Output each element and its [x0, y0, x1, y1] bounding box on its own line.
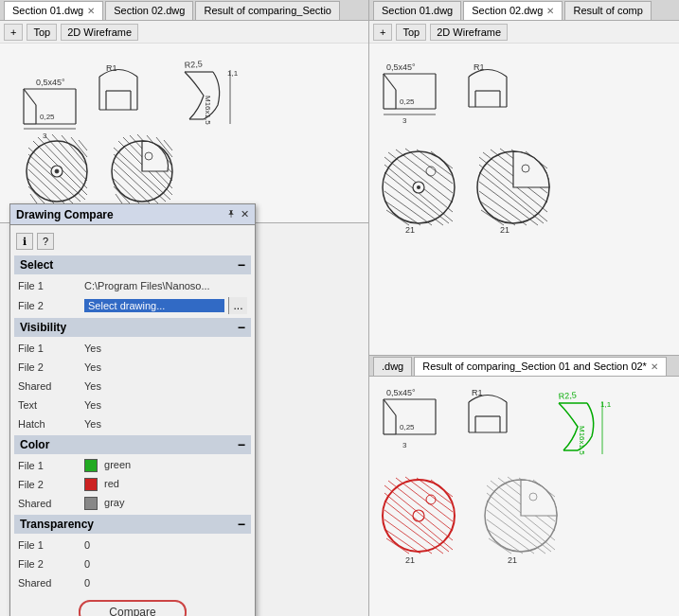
vis-hatch-value: Yes	[84, 418, 247, 430]
svg-line-83	[417, 150, 453, 176]
visibility-file2-row: File 2 Yes	[14, 358, 251, 377]
file2-browse-icon: ...	[233, 299, 242, 312]
result-tab-compare-close[interactable]: ✕	[651, 361, 658, 372]
right-top-drawing-svg: 0,5x45° R1 0,25	[369, 44, 672, 337]
left-view-button[interactable]: 2D Wireframe	[61, 24, 138, 41]
left-add-button[interactable]: +	[4, 24, 23, 41]
visibility-shared-row: Shared Yes	[14, 377, 251, 396]
color-file2-swatch	[84, 478, 98, 491]
transparency-section-toggle[interactable]: −	[238, 517, 245, 532]
file2-input-group: Select drawing... ...	[84, 297, 247, 314]
svg-line-89	[386, 210, 409, 225]
svg-point-132	[383, 480, 455, 552]
svg-point-92	[426, 167, 436, 176]
svg-text:21: 21	[405, 225, 415, 235]
left-top-button[interactable]: Top	[27, 24, 57, 41]
panel-close-button[interactable]: ✕	[241, 208, 249, 220]
right-view-button[interactable]: 2D Wireframe	[430, 24, 508, 41]
result-tab-compare[interactable]: Result of comparing_Section 01 and Secti…	[414, 357, 667, 376]
transparency-file2-row: File 2 0	[14, 554, 251, 573]
select-section-toggle[interactable]: −	[238, 257, 245, 273]
panel-titlebar: Drawing Compare 🖈 ✕	[10, 204, 255, 225]
trans-file1-value: 0	[84, 539, 247, 551]
transparency-file1-row: File 1 0	[14, 536, 251, 554]
svg-line-160	[489, 538, 511, 554]
color-file1-value: green	[84, 459, 247, 472]
svg-line-104	[479, 191, 527, 225]
trans-file1-label: File 1	[18, 539, 84, 551]
file1-label: File 1	[18, 280, 84, 291]
panel-title: Drawing Compare	[16, 208, 114, 221]
svg-text:0,5x45°: 0,5x45°	[36, 78, 65, 87]
right-tab-section01[interactable]: Section 01.dwg	[373, 1, 461, 20]
right-canvas-top: 0,5x45° R1 0,25	[369, 44, 679, 356]
svg-line-134	[384, 485, 453, 540]
color-shared-label: Shared	[18, 498, 84, 509]
left-tab-section02[interactable]: Section 02.dwg	[105, 1, 193, 20]
color-file2-label: File 2	[18, 479, 84, 490]
svg-line-38	[30, 194, 37, 203]
left-tab-result-label: Result of comparing_Sectio	[204, 5, 331, 16]
transparency-section-header: Transparency −	[14, 515, 251, 534]
left-tab-section01-close[interactable]: ✕	[87, 6, 95, 16]
right-tab-section02[interactable]: Section 02.dwg ✕	[463, 1, 563, 20]
visibility-file1-row: File 1 Yes	[14, 339, 251, 358]
right-tab-section02-close[interactable]: ✕	[546, 6, 554, 16]
panel-controls: 🖈 ✕	[226, 208, 249, 220]
transparency-section-label: Transparency	[20, 518, 94, 531]
svg-line-139	[431, 480, 453, 497]
result-tab-bar: .dwg Result of comparing_Section 01 and …	[369, 356, 679, 377]
vis-file2-label: File 2	[18, 361, 84, 373]
left-canvas: 0,5x45° 0,25	[0, 44, 368, 223]
right-canvas-bottom: 0,5x45° R1 0,25 3	[369, 377, 679, 616]
file2-browse-button[interactable]: ...	[228, 297, 247, 314]
color-section-toggle[interactable]: −	[238, 437, 245, 452]
vis-file1-label: File 1	[18, 343, 84, 354]
right-add-button[interactable]: +	[373, 24, 392, 41]
vis-hatch-label: Hatch	[18, 418, 84, 430]
result-tab-dwg[interactable]: .dwg	[373, 357, 412, 376]
svg-text:0,25: 0,25	[400, 423, 415, 431]
svg-point-146	[426, 495, 436, 504]
color-file1-swatch	[84, 459, 98, 472]
left-toolbar: + Top 2D Wireframe	[0, 21, 368, 44]
right-panel: Section 01.dwg Section 02.dwg ✕ Result o…	[369, 0, 679, 616]
right-bottom-section: .dwg Result of comparing_Section 01 and …	[369, 356, 679, 616]
select-section-label: Select	[20, 258, 53, 272]
right-tab-result-label: Result of comp	[573, 5, 642, 16]
svg-text:0,5x45°: 0,5x45°	[386, 62, 416, 72]
vis-shared-label: Shared	[18, 380, 84, 392]
color-section-header: Color −	[14, 435, 251, 454]
compare-button[interactable]: Compare	[79, 600, 186, 616]
right-tab-section01-label: Section 01.dwg	[382, 5, 453, 16]
svg-point-40	[55, 169, 59, 173]
color-file1-row: File 1 green	[14, 456, 251, 475]
svg-line-106	[481, 210, 504, 225]
svg-line-32	[79, 140, 87, 150]
visibility-section-toggle[interactable]: −	[238, 320, 245, 335]
visibility-section-header: Visibility −	[14, 318, 251, 337]
svg-point-91	[417, 185, 420, 189]
color-section-label: Color	[20, 438, 49, 451]
svg-line-138	[417, 478, 453, 504]
right-top-button[interactable]: Top	[396, 24, 426, 41]
visibility-hatch-row: Hatch Yes	[14, 414, 251, 433]
right-tab-section02-label: Section 02.dwg	[472, 5, 543, 16]
vis-text-value: Yes	[84, 399, 247, 411]
info-button[interactable]: ℹ	[16, 233, 33, 250]
left-tab-bar: Section 01.dwg ✕ Section 02.dwg Result o…	[0, 0, 368, 21]
file2-select-box[interactable]: Select drawing...	[84, 299, 224, 312]
right-toolbar: + Top 2D Wireframe	[369, 21, 679, 44]
svg-text:R2,5: R2,5	[184, 59, 203, 70]
svg-text:21: 21	[508, 555, 517, 565]
right-tab-bar: Section 01.dwg Section 02.dwg ✕ Result o…	[369, 0, 679, 21]
left-tab-section01[interactable]: Section 01.dwg ✕	[4, 1, 103, 20]
color-shared-text: gray	[104, 497, 124, 508]
help-button[interactable]: ?	[37, 233, 54, 250]
panel-pin-button[interactable]: 🖈	[226, 208, 237, 220]
left-tab-result[interactable]: Result of comparing_Sectio	[195, 1, 340, 20]
right-tab-result[interactable]: Result of comp	[564, 1, 651, 20]
trans-shared-value: 0	[84, 577, 247, 589]
svg-line-82	[405, 149, 453, 184]
compare-button-wrap: Compare	[14, 592, 251, 616]
